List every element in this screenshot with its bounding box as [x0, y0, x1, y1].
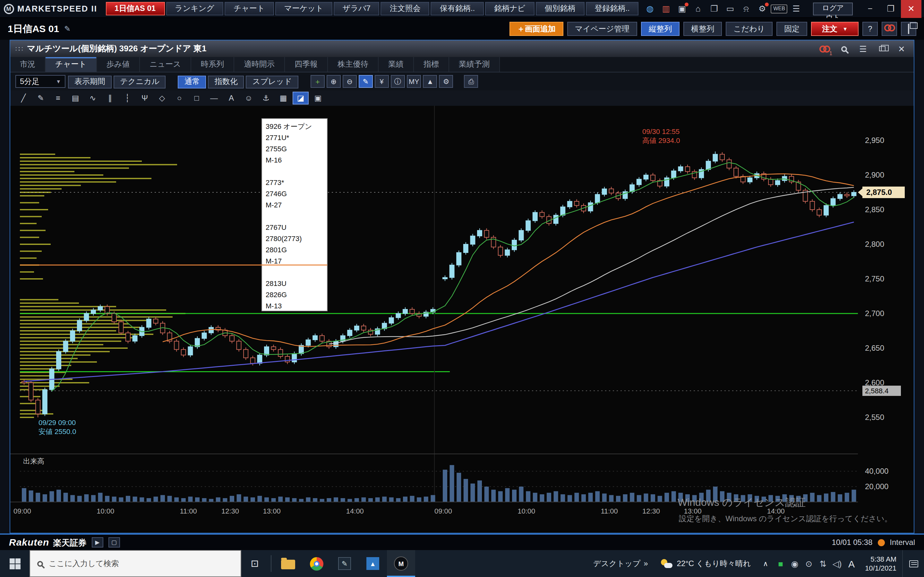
- circle-icon[interactable]: ○: [171, 92, 187, 105]
- green-app-icon[interactable]: ■: [774, 556, 787, 571]
- taskbar-clock[interactable]: 5:38 AM 10/1/2021: [859, 550, 902, 577]
- file-explorer-button[interactable]: [274, 550, 302, 577]
- horizontal-line-icon[interactable]: ―: [206, 92, 222, 105]
- chart-pattern-icon[interactable]: ▲: [423, 75, 437, 88]
- marker-icon[interactable]: ✎: [33, 92, 49, 105]
- editor-button[interactable]: ✎: [330, 550, 359, 577]
- grid-icon[interactable]: ▦: [275, 92, 291, 105]
- top-tab-3[interactable]: マーケット: [275, 2, 333, 15]
- top-tab-1[interactable]: ランキング: [166, 2, 223, 15]
- photos-button[interactable]: ▲: [359, 550, 387, 577]
- text-icon[interactable]: A: [223, 92, 239, 105]
- sync-icon[interactable]: ⊙: [802, 556, 816, 571]
- marketspeed-taskbar-button[interactable]: M: [387, 550, 415, 577]
- drag-grip-icon[interactable]: ∷∷: [15, 45, 22, 53]
- weather-widget[interactable]: 22°C くもり時々晴れ: [654, 550, 758, 577]
- eraser-all-icon[interactable]: ▣: [310, 92, 326, 105]
- order-button[interactable]: 注文 ▼: [811, 22, 859, 36]
- window-tab-4[interactable]: 時系列: [191, 57, 234, 72]
- rectangle-icon[interactable]: □: [189, 92, 205, 105]
- window-restore-button[interactable]: [875, 42, 889, 55]
- window-tab-10[interactable]: 業績予測: [449, 57, 500, 72]
- device-icon[interactable]: ◉: [788, 556, 801, 571]
- zoom-in-icon[interactable]: ⊕: [326, 75, 341, 88]
- yen-axis-icon[interactable]: ¥: [375, 75, 389, 88]
- window-search-button[interactable]: [837, 42, 851, 55]
- marketspeed-app-icon[interactable]: ◍: [643, 2, 657, 16]
- settings-wrench-icon[interactable]: ⚙: [439, 75, 453, 88]
- icon-stamp-icon[interactable]: ☺: [241, 92, 257, 105]
- top-tab-5[interactable]: 注文照会: [381, 2, 430, 15]
- window-tab-0[interactable]: 市況: [10, 57, 45, 72]
- home-icon[interactable]: ⌂: [691, 2, 706, 16]
- window-tab-6[interactable]: 四季報: [285, 57, 328, 72]
- logout-button[interactable]: ログアウト: [813, 2, 853, 15]
- window-tab-7[interactable]: 株主優待: [328, 57, 379, 72]
- top-tab-7[interactable]: 銘柄ナビ: [485, 2, 534, 15]
- window-link-button[interactable]: 1: [817, 42, 832, 55]
- mypage-manage-button[interactable]: マイページ管理: [567, 22, 637, 36]
- windows-layout-button[interactable]: [901, 22, 916, 36]
- chrome-button[interactable]: [302, 550, 330, 577]
- minimize-button[interactable]: −: [860, 0, 880, 18]
- volume-icon[interactable]: ◁): [830, 556, 844, 571]
- web-icon[interactable]: WEB: [771, 4, 788, 13]
- window-titlebar[interactable]: ∷∷ マルチツール(個別銘柄) 3926 オープンドア 東1 1 ☰ ✕: [10, 40, 914, 57]
- window-tab-8[interactable]: 業績: [379, 57, 414, 72]
- arrange-horizontal-button[interactable]: 横整列: [683, 22, 722, 36]
- period-select[interactable]: 5分足 ▼: [15, 75, 65, 88]
- window-tab-1[interactable]: チャート: [45, 57, 97, 72]
- polygon-icon[interactable]: ◇: [154, 92, 170, 105]
- panel-button[interactable]: ▢: [108, 537, 120, 548]
- add-screen-button[interactable]: ＋画面追加: [509, 22, 564, 36]
- parallel-lines-icon[interactable]: ∥: [102, 92, 118, 105]
- window-close-button[interactable]: ✕: [895, 42, 909, 55]
- pin-fixed-button[interactable]: 固定: [776, 22, 807, 36]
- top-tab-4[interactable]: ザラバ7: [334, 2, 380, 15]
- toolbar-button-表示期間[interactable]: 表示期間: [68, 75, 111, 88]
- top-tab-8[interactable]: 個別銘柄: [535, 2, 584, 15]
- draw-mode-icon[interactable]: ✎: [359, 75, 373, 88]
- close-button[interactable]: ✕: [901, 0, 921, 18]
- price-chart[interactable]: 3926 オープン2771U*2755GM-162773*2746GM-2727…: [10, 106, 914, 533]
- window-switch-icon[interactable]: ❐: [707, 2, 722, 16]
- desktop-toolbar[interactable]: デスクトップ »: [587, 550, 654, 577]
- top-tab-2[interactable]: チャート: [225, 2, 274, 15]
- chart-app-icon[interactable]: ▥: [659, 2, 674, 16]
- top-tab-6[interactable]: 保有銘柄..: [431, 2, 484, 15]
- window-tab-5[interactable]: 適時開示: [234, 57, 285, 72]
- print-icon[interactable]: ⎙: [464, 75, 478, 88]
- presentation-icon[interactable]: ▭: [723, 2, 738, 16]
- wave-icon[interactable]: ∿: [85, 92, 101, 105]
- network-icon[interactable]: ⇅: [816, 556, 830, 571]
- toolbar-button-指数化[interactable]: 指数化: [208, 75, 244, 88]
- action-center-button[interactable]: [902, 550, 924, 577]
- edit-page-name-icon[interactable]: ✎: [64, 24, 71, 33]
- ime-mode-button[interactable]: A: [844, 550, 859, 577]
- horizontal-lines-icon[interactable]: ≡: [50, 92, 66, 105]
- menu-icon[interactable]: ☰: [789, 2, 804, 16]
- eraser-icon[interactable]: ◪: [292, 92, 309, 105]
- top-tab-9[interactable]: 登録銘柄..: [586, 2, 638, 15]
- maximize-button[interactable]: ❐: [880, 0, 901, 18]
- toolbar-button-スプレッド[interactable]: スプレッド: [246, 75, 298, 88]
- top-tab-0[interactable]: 1日信AS 01: [105, 2, 165, 15]
- window-tab-3[interactable]: ニュース: [140, 57, 191, 72]
- pitchfork-icon[interactable]: Ψ: [137, 92, 153, 105]
- info-icon[interactable]: ⓘ: [391, 75, 405, 88]
- window-tab-9[interactable]: 指標: [414, 57, 449, 72]
- window-menu-button[interactable]: ☰: [856, 42, 870, 55]
- anchor-icon[interactable]: ⚓: [258, 92, 274, 105]
- help-button[interactable]: ?: [863, 22, 878, 36]
- trendline-icon[interactable]: ╱: [15, 92, 31, 105]
- toolbar-button-通常[interactable]: 通常: [178, 75, 206, 88]
- crosshair-add-icon[interactable]: ＋: [310, 75, 325, 88]
- bell-icon[interactable]: ⍾: [739, 2, 754, 16]
- alert-monitor-icon[interactable]: ▣: [675, 2, 690, 16]
- play-button[interactable]: ▶: [91, 537, 103, 548]
- arrange-vertical-button[interactable]: 縦整列: [641, 22, 680, 36]
- my-indicator-icon[interactable]: MY: [407, 75, 421, 88]
- zoom-out-icon[interactable]: ⊖: [342, 75, 357, 88]
- window-tab-2[interactable]: 歩み値: [97, 57, 140, 72]
- start-button[interactable]: [0, 550, 29, 577]
